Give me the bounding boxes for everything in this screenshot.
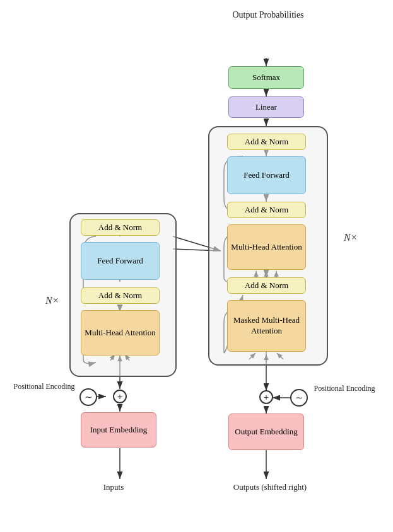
encoder-pe-circle: ∼ (79, 388, 97, 406)
softmax-label: Softmax (252, 72, 280, 83)
decoder-add-norm-mid-label: Add & Norm (245, 205, 288, 216)
output-probabilities-title: Output Probabilities (221, 9, 315, 21)
decoder-mha: Multi-Head Attention (227, 224, 306, 270)
softmax-box: Softmax (228, 66, 304, 89)
encoder-feed-forward: Feed Forward (81, 242, 160, 280)
nx-encoder-label: N× (45, 295, 59, 306)
encoder-input-embedding-label: Input Embedding (90, 425, 148, 436)
decoder-masked-mha-label: Masked Multi-Head Attention (228, 315, 305, 337)
encoder-pe-label: Positional Encoding (13, 381, 76, 392)
decoder-ff-label: Feed Forward (243, 170, 290, 181)
encoder-add-norm-bot: Add & Norm (81, 287, 160, 304)
decoder-add-norm-bot: Add & Norm (227, 277, 306, 294)
encoder-inputs-label: Inputs (88, 482, 139, 493)
encoder-input-embedding: Input Embedding (81, 412, 156, 448)
encoder-add-norm-top-label: Add & Norm (98, 223, 142, 233)
encoder-mha: Multi-Head Attention (81, 310, 160, 356)
linear-box: Linear (228, 96, 304, 118)
decoder-output-embedding: Output Embedding (228, 413, 304, 450)
encoder-mha-label: Multi-Head Attention (85, 328, 155, 338)
encoder-add-norm-top: Add & Norm (81, 219, 160, 236)
decoder-add-norm-top: Add & Norm (227, 134, 306, 150)
linear-label: Linear (255, 102, 277, 113)
decoder-pe-label: Positional Encoding (313, 383, 376, 394)
diagram: Output Probabilities Softmax Linear Add … (0, 0, 393, 532)
decoder-masked-mha: Masked Multi-Head Attention (227, 300, 306, 352)
decoder-add-norm-bot-label: Add & Norm (245, 280, 288, 291)
nx-decoder-label: N× (344, 232, 357, 243)
encoder-ff-label: Feed Forward (97, 256, 143, 267)
decoder-add-norm-top-label: Add & Norm (245, 137, 288, 147)
decoder-mha-label: Multi-Head Attention (231, 242, 302, 253)
decoder-feed-forward: Feed Forward (227, 156, 306, 194)
arrows-svg (0, 0, 393, 532)
encoder-add-norm-bot-label: Add & Norm (98, 291, 142, 301)
decoder-pe-circle: ∼ (290, 389, 308, 407)
decoder-output-embedding-label: Output Embedding (235, 427, 297, 437)
encoder-plus-circle: + (113, 390, 127, 403)
decoder-add-norm-mid: Add & Norm (227, 202, 306, 218)
decoder-plus-circle: + (259, 390, 273, 404)
decoder-outputs-label: Outputs (shifted right) (232, 482, 308, 493)
